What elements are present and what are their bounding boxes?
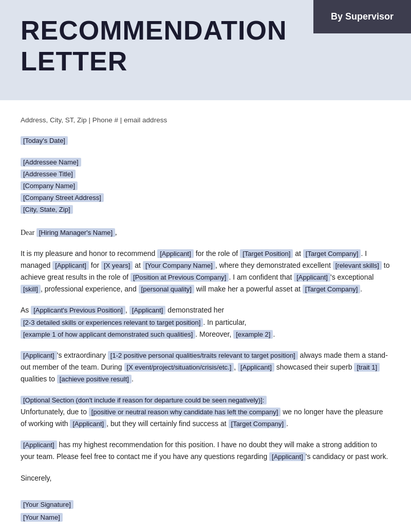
title-line1: RECOMMENDATION bbox=[21, 15, 287, 45]
salutation: Dear [Hiring Manager's Name], bbox=[21, 227, 390, 239]
addressee-city: [City, State, Zip] bbox=[21, 204, 390, 216]
paragraph-3: [Applicant]'s extraordinary [1-2 positiv… bbox=[21, 350, 390, 385]
paragraph-4-optional: [Optional Section (don't include if reas… bbox=[21, 394, 390, 430]
optional-label: [Optional Section (don't include if reas… bbox=[21, 394, 390, 406]
signature-field: [Your Signature] bbox=[21, 498, 390, 511]
contact-line: Address, City, ST, Zip | Phone # | email… bbox=[21, 115, 390, 126]
by-supervisor-badge: By Supervisor bbox=[313, 0, 411, 33]
title-line2: LETTER bbox=[21, 46, 127, 76]
addressee-company: [Company Name] bbox=[21, 180, 390, 192]
signature-block: Sincerely, [Your Signature] [Your Name] bbox=[21, 472, 390, 524]
paragraph-2: As [Applicant's Previous Position], [App… bbox=[21, 304, 390, 340]
page-title: RECOMMENDATION LETTER bbox=[21, 15, 287, 77]
addressee-street: [Company Street Address] bbox=[21, 192, 390, 204]
salutation-suffix: , bbox=[115, 229, 117, 236]
addressee-block: [Addressee Name] [Addressee Title] [Comp… bbox=[21, 157, 390, 216]
salutation-prefix: Dear bbox=[21, 229, 36, 236]
content-section: Address, City, ST, Zip | Phone # | email… bbox=[0, 100, 411, 532]
paragraph-5: [Applicant] has my highest recommendatio… bbox=[21, 439, 390, 463]
addressee-name: [Addressee Name] bbox=[21, 157, 390, 169]
name-field: [Your Name] bbox=[21, 511, 390, 524]
header-section: RECOMMENDATION LETTER By Supervisor bbox=[0, 0, 411, 100]
paragraph-1: It is my pleasure and honor to recommend… bbox=[21, 248, 390, 295]
hiring-manager-name: [Hiring Manager's Name] bbox=[36, 228, 115, 237]
sincerely-text: Sincerely, bbox=[21, 472, 390, 485]
date-field: [Today's Date] bbox=[21, 136, 68, 145]
addressee-title: [Addressee Title] bbox=[21, 169, 390, 180]
date-block: [Today's Date] bbox=[21, 135, 390, 146]
